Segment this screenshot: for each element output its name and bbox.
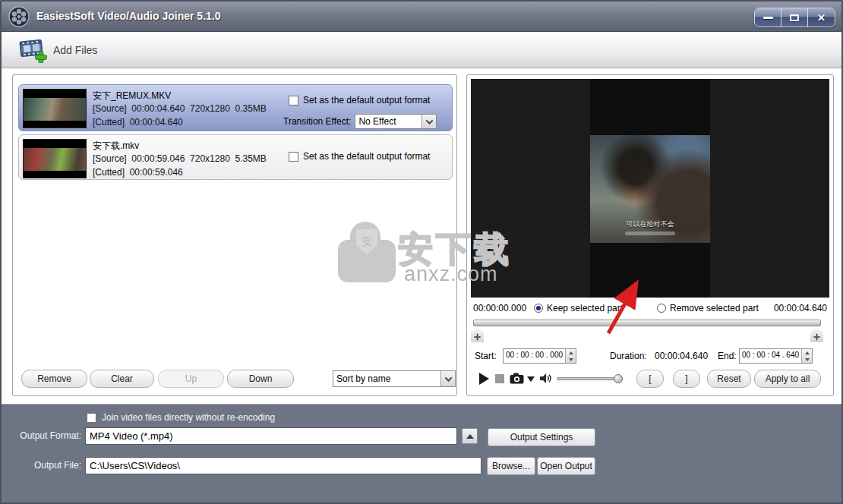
transition-effect-value: No Effect — [355, 116, 422, 127]
minimize-button[interactable] — [755, 8, 781, 27]
mark-out-button[interactable]: ] — [673, 370, 700, 388]
file-source-info: [Source] 00:00:04.640 720x1280 0.35MB — [93, 103, 267, 114]
snapshot-camera-icon[interactable] — [510, 373, 524, 384]
toolbar: Add Files — [2, 33, 841, 68]
video-picture: 可以在给对不会 — [590, 135, 710, 243]
default-format-row: Set as the default output format — [289, 95, 430, 106]
join-directly-row: Join video files directly without re-enc… — [87, 412, 275, 423]
browse-button[interactable]: Browse... — [487, 457, 535, 475]
file-list-panel: 安下_REMUX.MKV [Source] 00:00:04.640 720x1… — [12, 74, 457, 396]
list-buttons-row: Remove Clear Up Down Sort by name — [13, 370, 456, 392]
file-row[interactable]: 安下载.mkv [Source] 00:00:59.046 720x1280 5… — [18, 134, 453, 180]
title-bar: EasiestSoft Video/Audio Joiner 5.1.0 ✕ — [2, 2, 841, 32]
video-thumbnail — [23, 89, 87, 128]
sort-select[interactable]: Sort by name — [333, 370, 456, 387]
up-button[interactable]: Up — [158, 370, 224, 388]
transition-effect-label: Transition Effect: — [283, 116, 351, 127]
join-directly-label: Join video files directly without re-enc… — [102, 412, 275, 423]
default-format-checkbox[interactable] — [289, 96, 298, 106]
volume-slider-thumb[interactable] — [614, 374, 623, 383]
start-label: Start: — [475, 351, 497, 361]
close-icon: ✕ — [817, 13, 826, 23]
window-controls: ✕ — [754, 8, 835, 27]
trim-slider-track[interactable] — [473, 320, 821, 326]
maximize-icon — [790, 14, 799, 21]
keep-selected-radio[interactable] — [534, 304, 543, 313]
start-time-spinner[interactable]: 00 : 00 : 00 . 000 — [503, 348, 576, 364]
clip-start-time: 00:00:00.000 — [473, 303, 526, 313]
window-title: EasiestSoft Video/Audio Joiner 5.1.0 — [36, 2, 220, 32]
main-area: 安下_REMUX.MKV [Source] 00:00:04.640 720x1… — [2, 68, 843, 404]
remove-selected-radio[interactable] — [657, 304, 666, 313]
volume-slider[interactable] — [557, 377, 619, 380]
playback-controls: [ ] Reset Apply to all — [467, 370, 833, 389]
file-name: 安下载.mkv — [93, 140, 139, 153]
duration-label: Duration: — [610, 351, 647, 361]
apply-to-all-button[interactable]: Apply to all — [754, 370, 821, 388]
remove-button[interactable]: Remove — [21, 370, 87, 388]
end-time-spinner[interactable]: 00 : 00 : 04 . 640 — [739, 348, 813, 364]
transition-effect-row: Transition Effect: No Effect — [283, 114, 437, 129]
output-bar: Join video files directly without re-enc… — [2, 404, 843, 504]
minimize-icon — [763, 17, 773, 19]
trim-end-handle[interactable]: ✛ — [810, 328, 823, 342]
volume-icon[interactable] — [540, 373, 552, 383]
chevron-down-icon[interactable] — [440, 371, 455, 386]
clip-end-time: 00:00:04.640 — [774, 303, 827, 313]
file-cutted-info: [Cutted] 00:00:59.046 — [93, 167, 183, 178]
video-thumbnail — [23, 139, 87, 178]
trim-options-row: 00:00:00.000 Keep selected part Remove s… — [467, 301, 833, 315]
down-button[interactable]: Down — [227, 370, 294, 388]
end-time-value: 00 : 00 : 04 . 640 — [740, 349, 801, 363]
sort-value: Sort by name — [333, 373, 440, 384]
file-name: 安下_REMUX.MKV — [93, 90, 171, 102]
preview-panel: 可以在给对不会 00:00:00.000 Keep selected part … — [466, 74, 834, 396]
open-output-button[interactable]: Open Output — [537, 457, 595, 475]
mark-in-button[interactable]: [ — [636, 370, 664, 388]
keep-selected-label: Keep selected part — [547, 303, 623, 313]
app-window: EasiestSoft Video/Audio Joiner 5.1.0 ✕ — [0, 0, 843, 504]
output-file-input[interactable]: C:\Users\CS\Videos\ — [85, 457, 481, 474]
default-format-label: Set as the default output format — [303, 95, 430, 106]
remove-selected-label: Remove selected part — [670, 303, 759, 313]
triangle-up-icon — [466, 434, 474, 439]
add-files-icon — [18, 37, 47, 63]
chevron-down-icon[interactable] — [422, 115, 436, 128]
file-source-info: [Source] 00:00:59.046 720x1280 5.35MB — [93, 153, 267, 164]
output-settings-button[interactable]: Output Settings — [488, 428, 595, 446]
snapshot-dropdown-icon[interactable] — [527, 376, 535, 382]
trim-start-handle[interactable]: ✛ — [471, 328, 484, 342]
join-directly-checkbox[interactable] — [87, 413, 96, 423]
video-frame: 可以在给对不会 — [590, 79, 710, 298]
clear-button[interactable]: Clear — [90, 370, 154, 388]
spinner-arrows-icon[interactable] — [565, 349, 576, 363]
transition-effect-select[interactable]: No Effect — [355, 114, 437, 129]
output-format-label: Output Format: — [5, 430, 81, 441]
film-reel-icon — [8, 6, 30, 27]
default-format-label: Set as the default output format — [303, 151, 430, 162]
reset-button[interactable]: Reset — [707, 370, 751, 388]
add-files-label: Add Files — [53, 44, 97, 56]
output-file-label: Output File: — [5, 460, 81, 471]
subtitle-text: 可以在给对不会 — [590, 219, 710, 229]
default-format-row: Set as the default output format — [289, 151, 430, 162]
start-time-value: 00 : 00 : 00 . 000 — [504, 349, 565, 363]
format-dropup-button[interactable] — [462, 428, 478, 444]
end-label: End: — [718, 351, 737, 361]
file-row-selected[interactable]: 安下_REMUX.MKV [Source] 00:00:04.640 720x1… — [18, 84, 453, 131]
output-format-field[interactable]: MP4 Video (*.mp4) — [85, 427, 457, 445]
stop-icon[interactable] — [495, 374, 504, 383]
duration-value: 00:00:04.640 — [655, 351, 708, 361]
video-preview[interactable]: 可以在给对不会 — [471, 79, 829, 298]
spinner-arrows-icon[interactable] — [801, 349, 812, 363]
subtitle-secondary-line — [625, 232, 675, 235]
maximize-button[interactable] — [781, 8, 808, 27]
play-icon[interactable] — [479, 373, 489, 385]
close-button[interactable]: ✕ — [808, 8, 835, 27]
default-format-checkbox[interactable] — [289, 152, 298, 162]
add-files-button[interactable]: Add Files — [11, 35, 105, 65]
file-cutted-info: [Cutted] 00:00:04.640 — [93, 117, 183, 128]
trim-times-row: Start: 00 : 00 : 00 . 000 Duration: 00:0… — [467, 348, 833, 365]
